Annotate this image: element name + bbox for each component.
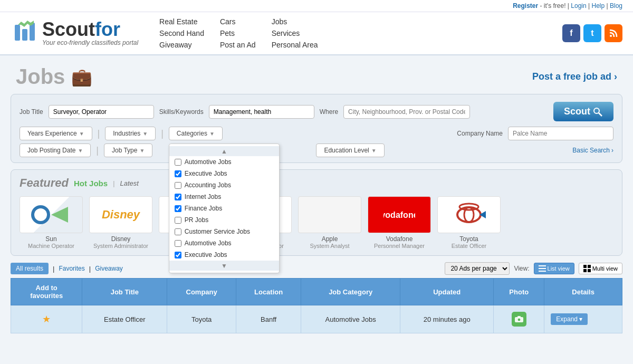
- list-item[interactable]: Executive Jobs: [169, 168, 279, 179]
- list-view-icon: [539, 265, 546, 272]
- expand-button[interactable]: Expand ▾: [551, 313, 588, 325]
- ads-per-page-select[interactable]: 20 Ads per page 40 Ads per page 60 Ads p…: [445, 262, 510, 275]
- svg-text:vodafone: vodafone: [383, 210, 415, 219]
- list-item[interactable]: Automotive Jobs: [169, 156, 279, 168]
- sun-logo-svg: [30, 199, 72, 231]
- svg-rect-21: [583, 269, 587, 272]
- categories-dropdown-area: Categories ▼ Automotive Jobs Executive J…: [169, 127, 223, 140]
- post-free-job-button[interactable]: Post a free job ad ›: [532, 71, 617, 82]
- svg-point-5: [594, 108, 599, 113]
- search-row-1: Job Title Skills/Keywords Where Scout: [20, 102, 613, 121]
- nav-services[interactable]: Services: [272, 29, 318, 37]
- search-row-2: Years Experience ▼ | Industries ▼ | Cate…: [20, 127, 613, 140]
- categories-filter[interactable]: Categories ▼: [169, 127, 223, 140]
- nav-giveaway[interactable]: Giveaway: [159, 41, 204, 49]
- company-cell: Toyota: [167, 305, 236, 333]
- search-button[interactable]: Scout: [553, 102, 613, 121]
- register-link[interactable]: Register: [513, 2, 538, 9]
- scroll-up-icon: [221, 147, 227, 155]
- search-panel: Job Title Skills/Keywords Where Scout Ye…: [11, 94, 622, 163]
- nav-second-hand[interactable]: Second Hand: [159, 29, 204, 37]
- chevron-down-icon: ▼: [139, 148, 145, 154]
- nav-jobs[interactable]: Jobs: [272, 17, 318, 26]
- hot-jobs-button[interactable]: Hot Jobs: [74, 179, 108, 188]
- list-item[interactable]: Automotive Jobs: [169, 237, 279, 249]
- list-item[interactable]: Internet Jobs: [169, 191, 279, 203]
- logo-for: for: [95, 18, 120, 40]
- giveaway-link[interactable]: Giveaway: [95, 265, 123, 272]
- nav-personal-area[interactable]: Personal Area: [272, 41, 318, 49]
- list-item[interactable]: PR Jobs: [169, 214, 279, 226]
- checkbox-customer[interactable]: [175, 228, 181, 235]
- list-item[interactable]: Finance Jobs: [169, 203, 279, 214]
- svg-point-8: [34, 208, 47, 221]
- scroll-up-button[interactable]: [169, 146, 279, 156]
- list-item[interactable]: Executive Jobs: [169, 249, 279, 261]
- list-item[interactable]: Customer Service Jobs: [169, 226, 279, 237]
- featured-company-disney: Disney Disney System Administrator: [89, 196, 152, 249]
- company-job: Estate Officer: [452, 243, 486, 249]
- col-header-details: Details: [544, 279, 622, 305]
- checkbox-pr[interactable]: [175, 217, 181, 224]
- checkbox-executive[interactable]: [175, 170, 181, 177]
- location-cell: Banff: [236, 305, 301, 333]
- job-title-input[interactable]: [49, 105, 154, 119]
- where-input[interactable]: [343, 105, 470, 119]
- rss-icon[interactable]: [605, 24, 622, 42]
- page-title-bar: Jobs 💼 Post a free job ad ›: [0, 55, 633, 94]
- company-name-input[interactable]: [508, 127, 613, 140]
- nav-pets[interactable]: Pets: [220, 29, 256, 37]
- featured-logos: Sun Machine Operator Disney Disney Syste…: [20, 196, 613, 249]
- camera-icon[interactable]: [512, 312, 526, 327]
- camera-symbol: [515, 315, 523, 323]
- scroll-down-button[interactable]: [169, 261, 279, 271]
- featured-title: Featured: [20, 176, 69, 190]
- nav-real-estate[interactable]: Real Estate: [159, 17, 204, 26]
- checkbox-accounting[interactable]: [175, 182, 181, 189]
- favourite-star-icon[interactable]: ★: [42, 314, 51, 324]
- chevron-down-icon: ▼: [209, 131, 215, 137]
- checkbox-automotive2[interactable]: [175, 240, 181, 247]
- jobs-table: Add tofavourites Job Title Company Locat…: [11, 278, 622, 333]
- nav-post-ad[interactable]: Post an Ad: [220, 41, 256, 49]
- years-experience-filter[interactable]: Years Experience ▼: [20, 127, 92, 140]
- svg-rect-16: [539, 265, 546, 266]
- chevron-down-icon: ▼: [78, 148, 83, 154]
- svg-rect-17: [539, 268, 546, 269]
- multi-view-button[interactable]: Multi view: [579, 263, 622, 274]
- basic-search-link[interactable]: Basic Search ›: [572, 147, 613, 154]
- job-posting-date-filter[interactable]: Job Posting Date ▼: [20, 143, 91, 157]
- disney-text: Disney: [102, 208, 140, 222]
- blog-link[interactable]: Blog: [610, 2, 622, 9]
- col-header-favourites: Add tofavourites: [11, 279, 82, 305]
- twitter-icon[interactable]: t: [583, 24, 601, 42]
- checkbox-executive2[interactable]: [175, 252, 181, 258]
- skills-label: Skills/Keywords: [159, 108, 204, 116]
- nav-col-3: Jobs Services Personal Area: [272, 17, 318, 49]
- latest-link[interactable]: Latest: [120, 179, 138, 187]
- help-link[interactable]: Help: [591, 2, 605, 9]
- company-name: Disney: [111, 235, 131, 243]
- job-type-filter[interactable]: Job Type ▼: [104, 143, 152, 157]
- svg-rect-25: [517, 316, 521, 318]
- favorites-link[interactable]: Favorites: [59, 265, 84, 272]
- nav-cars[interactable]: Cars: [220, 17, 256, 26]
- site-logo-icon: [11, 20, 38, 47]
- search-icon: [592, 107, 603, 117]
- list-view-button[interactable]: List view: [534, 263, 574, 274]
- col-header-job-title: Job Title: [82, 279, 167, 305]
- rss-symbol: [609, 28, 618, 38]
- education-level-filter[interactable]: Education Level ▼: [316, 143, 384, 157]
- logo-scout: Scout: [42, 18, 95, 40]
- skills-input[interactable]: [209, 105, 314, 119]
- industries-filter[interactable]: Industries ▼: [105, 127, 156, 140]
- checkbox-internet[interactable]: [175, 194, 181, 200]
- facebook-icon[interactable]: f: [562, 24, 580, 42]
- login-link[interactable]: Login: [571, 2, 586, 9]
- svg-point-24: [517, 318, 521, 321]
- svg-rect-20: [588, 265, 591, 268]
- all-results-button[interactable]: All results: [11, 263, 49, 274]
- checkbox-finance[interactable]: [175, 205, 181, 212]
- checkbox-automotive[interactable]: [175, 159, 181, 166]
- list-item[interactable]: Accounting Jobs: [169, 179, 279, 191]
